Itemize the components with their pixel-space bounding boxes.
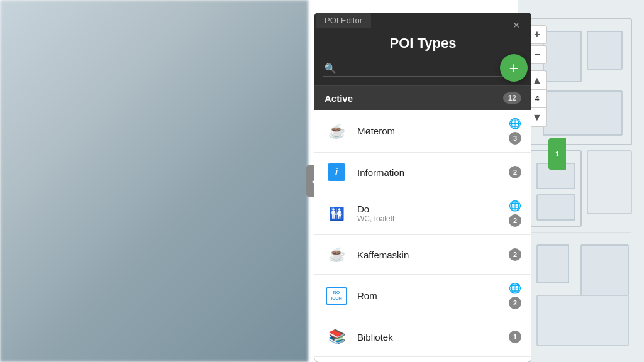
list-item[interactable]: ☕ Møterom 🌐 3 xyxy=(314,110,531,153)
add-poi-type-button[interactable]: + xyxy=(500,54,528,82)
list-item[interactable]: NO ICON Rom 🌐 2 xyxy=(314,275,531,317)
poi-name: Bibliotek xyxy=(357,332,509,343)
search-icon: 🔍 xyxy=(325,63,336,74)
svg-rect-7 xyxy=(587,151,631,214)
poi-right: 1 xyxy=(509,331,521,343)
svg-rect-6 xyxy=(537,195,575,220)
item-count: 2 xyxy=(509,214,521,227)
search-input[interactable] xyxy=(323,60,523,77)
library-icon: 📚 xyxy=(328,329,345,345)
poi-right: 🌐 2 xyxy=(509,282,521,309)
item-count: 3 xyxy=(509,132,521,145)
globe-icon: 🌐 xyxy=(509,282,521,294)
item-count: 2 xyxy=(509,297,521,309)
list-item[interactable]: 📚 Bibliotek 1 xyxy=(314,317,531,357)
poi-editor-tab[interactable]: POI Editor xyxy=(316,13,371,28)
map-green-indicator: 1 xyxy=(548,138,566,170)
poi-name: Møterom xyxy=(357,126,509,136)
svg-rect-11 xyxy=(537,295,628,346)
globe-icon: 🌐 xyxy=(509,200,521,212)
svg-rect-9 xyxy=(537,245,569,283)
svg-rect-3 xyxy=(543,91,622,135)
poi-icon-kaffemaskin: ☕ xyxy=(325,243,348,266)
active-section-header: Active 12 xyxy=(314,85,531,110)
search-row: 🔍 + xyxy=(314,60,531,85)
poi-icon-information: i xyxy=(325,160,348,184)
poi-name: Information xyxy=(357,167,509,178)
globe-icon: 🌐 xyxy=(509,118,521,129)
background-photo xyxy=(0,0,308,362)
item-count: 2 xyxy=(509,248,521,261)
coffee-icon: ☕ xyxy=(328,123,345,140)
active-count-badge: 12 xyxy=(503,92,521,104)
poi-icon-bibliotek: 📚 xyxy=(325,325,348,349)
no-icon-badge: NO ICON xyxy=(326,287,347,305)
poi-name: Rom xyxy=(357,290,509,301)
svg-rect-2 xyxy=(587,31,622,69)
poi-right: 🌐 3 xyxy=(509,118,521,145)
list-item[interactable]: 🚻 Do WC, toalett 🌐 2 xyxy=(314,192,531,235)
poi-icon-moterom: ☕ xyxy=(325,119,348,143)
coffee-icon: ☕ xyxy=(328,246,345,263)
poi-name: Kaffemaskin xyxy=(357,250,509,260)
wc-icon: 🚻 xyxy=(329,206,345,221)
item-count: 2 xyxy=(509,166,521,178)
poi-right: 2 xyxy=(509,166,521,178)
list-item[interactable]: i Information 2 xyxy=(314,153,531,192)
panel-title: POI Types xyxy=(314,35,531,60)
poi-right: 2 xyxy=(509,248,521,261)
section-active-label: Active xyxy=(325,93,353,104)
poi-list: ☕ Møterom 🌐 3 i Information 2 🚻 Do xyxy=(314,110,531,362)
info-icon: i xyxy=(328,163,345,181)
svg-rect-10 xyxy=(581,245,628,295)
poi-right: 🌐 2 xyxy=(509,200,521,227)
poi-subtitle: WC, toalett xyxy=(357,214,509,223)
poi-icon-rom: NO ICON xyxy=(325,284,348,308)
svg-rect-1 xyxy=(543,31,581,82)
item-count: 1 xyxy=(509,331,521,343)
close-button[interactable]: × xyxy=(509,18,524,33)
poi-icon-do: 🚻 xyxy=(325,202,348,226)
poi-panel: × POI Types 🔍 + Active 12 ☕ Møterom 🌐 3 … xyxy=(314,13,531,362)
list-item[interactable]: ☕ Kaffemaskin 2 xyxy=(314,235,531,275)
poi-name: Do WC, toalett xyxy=(357,204,509,223)
